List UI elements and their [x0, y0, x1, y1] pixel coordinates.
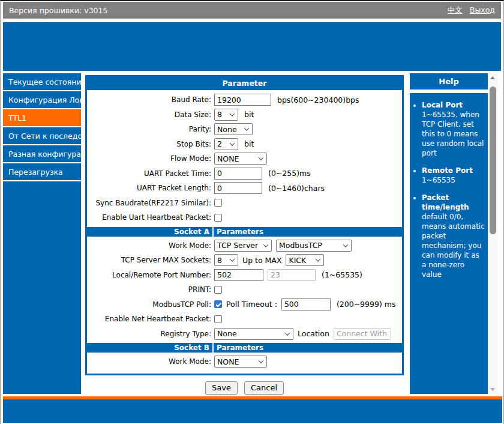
registry-type-label: Registry Type:	[87, 330, 214, 338]
logout-link[interactable]: Выход	[470, 5, 495, 16]
sidebar-item[interactable]: От Сети к последовате	[3, 127, 81, 145]
uart-packet-time-input[interactable]	[214, 168, 262, 180]
inline-label: Poll Timeout :	[226, 300, 277, 309]
section-header: Socket BParameters	[87, 343, 402, 353]
cancel-button[interactable]: Cancel	[244, 381, 284, 395]
socketa-work-mode-select-2[interactable]: ModbusTCP	[276, 240, 352, 252]
enable-uart-heartbeat-checkbox[interactable]	[214, 214, 222, 222]
registry-type-select[interactable]: None	[214, 328, 293, 340]
form-controls: (1~65535)	[214, 269, 402, 281]
help-item: Local Port1~65535. when TCP Client, set …	[422, 100, 485, 158]
select-value: ModbusTCP	[279, 241, 322, 250]
sidebar-item[interactable]: TTL1	[3, 109, 81, 127]
sidebar-item[interactable]: Перезагрузка	[3, 163, 81, 181]
form-row: Local/Remote Port Number:(1~65535)	[87, 268, 402, 283]
form-row: Sync Baudrate(RF2217 Similar):	[87, 196, 402, 211]
parity-select[interactable]: None	[214, 123, 253, 135]
select-value: NONE	[217, 154, 239, 163]
inline-label: Up to MAX	[242, 256, 281, 265]
socketb-work-mode-label: Work Mode:	[87, 357, 214, 366]
scroll-down-button[interactable]	[488, 385, 497, 394]
tcp-server-max-sockets-select[interactable]: 8	[214, 254, 238, 266]
help-item: Remote Port1~65535	[422, 166, 485, 185]
footer-banner	[3, 399, 502, 423]
flow-mode-label: Flow Mode:	[87, 154, 214, 163]
form-row: Enable Uart Heartbeat Packet:	[87, 210, 402, 225]
inline-label: Location	[298, 329, 329, 338]
parameter-panel: Parameter Baud Rate:bps(600~230400)bpsDa…	[85, 75, 404, 375]
select-value: NONE	[217, 357, 239, 366]
form-controls: 8bit	[214, 109, 402, 121]
vertical-scrollbar	[488, 73, 497, 394]
data-size-note: bit	[244, 110, 254, 119]
modbustcp-poll-note: (200~9999) ms	[337, 300, 396, 309]
form-controls: Poll Timeout :(200~9999) ms	[214, 298, 402, 310]
flow-mode-select[interactable]: NONE	[214, 153, 267, 165]
socketa-work-mode-select[interactable]: TCP Server	[214, 240, 272, 252]
sidebar-menu: Текущее состояниеКонфигурация ЛокальTTL1…	[3, 73, 81, 394]
stop-bits-label: Stop Bits:	[87, 140, 214, 148]
help-item-title: Local Port	[422, 100, 485, 110]
form-controls: TCP ServerModbusTCP	[214, 240, 402, 252]
form-row: Stop Bits:2bit	[87, 137, 402, 152]
save-button[interactable]: Save	[205, 381, 238, 395]
tcp-server-max-sockets-label: TCP Server MAX Sockets:	[87, 256, 214, 264]
form-row: Work Mode:NONE	[87, 354, 402, 369]
local-remote-port-input-2[interactable]	[268, 269, 316, 281]
form-controls: (0~1460)chars	[214, 182, 402, 194]
tcp-server-max-sockets-select-3[interactable]: KICK	[286, 254, 324, 266]
parity-label: Parity:	[87, 125, 214, 133]
form-row: UART Packet Length:(0~1460)chars	[87, 181, 402, 196]
help-title: Help	[410, 73, 488, 89]
language-link[interactable]: 中文	[448, 5, 463, 16]
form-controls: None	[214, 123, 402, 135]
action-buttons: Save Cancel	[85, 381, 404, 395]
top-bar: Версия прошивки: v3015 中文 Выход	[3, 2, 501, 19]
form-controls: NONE	[214, 356, 402, 368]
form-controls: 8Up to MAXKICK	[214, 254, 402, 266]
print-label: PRINT:	[87, 285, 214, 294]
scroll-up-button[interactable]	[488, 73, 497, 82]
modbustcp-poll-label: ModbusTCP Poll:	[87, 300, 214, 309]
sidebar-item[interactable]: Текущее состояние	[3, 73, 81, 91]
firmware-version-label: Версия прошивки: v3015	[9, 6, 107, 15]
section-right-label: Parameters	[214, 227, 263, 237]
chevron-down-icon	[230, 257, 235, 262]
baud-rate-label: Baud Rate:	[87, 95, 214, 104]
registry-type-select-3[interactable]: Connect With	[334, 328, 391, 340]
form-controls: 2bit	[214, 138, 402, 150]
baud-rate-input[interactable]	[214, 94, 271, 106]
modbustcp-poll-checkbox[interactable]	[214, 300, 222, 308]
form-controls: (0~255)ms	[214, 168, 402, 180]
uart-packet-length-input[interactable]	[214, 182, 262, 194]
select-value: Connect With	[337, 329, 387, 338]
stop-bits-select[interactable]: 2	[214, 138, 238, 150]
form-controls: bps(600~230400)bps	[214, 94, 402, 106]
local-remote-port-input[interactable]	[214, 269, 263, 281]
chevron-down-icon	[259, 359, 263, 363]
enable-net-heartbeat-checkbox[interactable]	[214, 315, 222, 323]
socketb-work-mode-select[interactable]: NONE	[214, 356, 267, 368]
uart-packet-length-label: UART Packet Length:	[87, 184, 214, 192]
form-controls: NoneLocationConnect With	[214, 328, 402, 340]
sidebar-item[interactable]: Разная конфигурация	[3, 145, 81, 163]
help-item-text: 1~65535	[422, 175, 485, 185]
help-body: Local Port1~65535. when TCP Client, set …	[410, 93, 488, 394]
form-controls	[214, 199, 402, 207]
print-checkbox[interactable]	[214, 286, 222, 294]
help-item: Packet time/lengthdefault 0/0, means aut…	[422, 193, 485, 279]
parameter-form: Baud Rate:bps(600~230400)bpsData Size:8b…	[87, 90, 402, 374]
enable-net-heartbeat-label: Enable Net Heartbeat Packet:	[87, 315, 214, 323]
data-size-select[interactable]: 8	[214, 109, 238, 121]
sidebar-item[interactable]: Конфигурация Локаль	[3, 91, 81, 109]
form-row: Work Mode:TCP ServerModbusTCP	[87, 238, 402, 253]
main-content: Parameter Baud Rate:bps(600~230400)bpsDa…	[85, 73, 404, 395]
form-row: Flow Mode:NONE	[87, 151, 402, 166]
modbustcp-poll-input-3[interactable]	[281, 298, 331, 310]
stop-bits-note: bit	[244, 139, 254, 148]
scrollbar-thumb[interactable]	[490, 86, 496, 234]
form-row: Baud Rate:bps(600~230400)bps	[87, 92, 402, 108]
data-size-label: Data Size:	[87, 111, 214, 119]
chevron-down-icon	[316, 257, 320, 262]
sync-baudrate-checkbox[interactable]	[214, 199, 222, 207]
